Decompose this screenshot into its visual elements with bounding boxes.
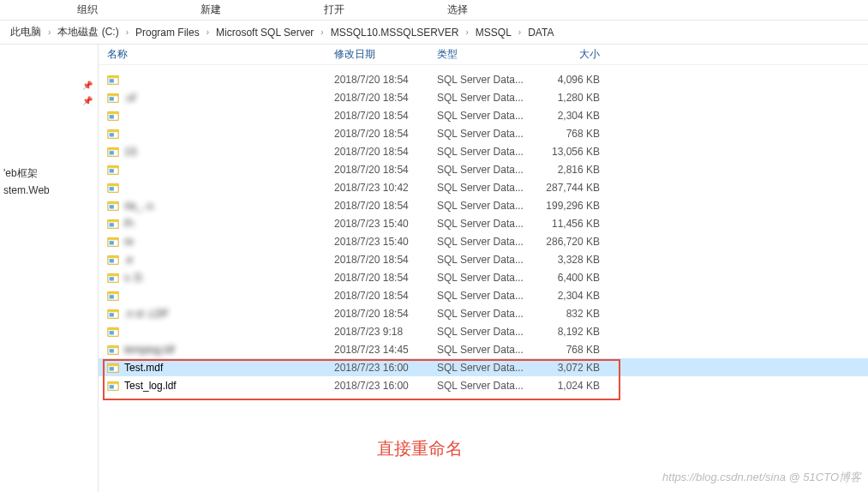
database-file-icon bbox=[107, 218, 121, 230]
file-row[interactable]: 2018/7/20 18:54SQL Server Data...2,816 K… bbox=[99, 160, 868, 178]
toolbar-open[interactable]: 打开 bbox=[272, 3, 396, 17]
file-type: SQL Server Data... bbox=[437, 74, 540, 86]
svg-rect-4 bbox=[108, 93, 118, 96]
file-row[interactable]: v. D.2018/7/20 18:54SQL Server Data...6,… bbox=[99, 268, 868, 286]
file-name: re bbox=[124, 236, 334, 248]
file-row[interactable]: 2018/7/20 18:54SQL Server Data...4,096 K… bbox=[99, 70, 868, 88]
sidebar: 📌 📌 'eb框架 stem.Web bbox=[0, 45, 99, 492]
svg-rect-32 bbox=[110, 259, 114, 262]
database-file-icon bbox=[107, 74, 121, 86]
header-name[interactable]: 名称 bbox=[107, 47, 334, 62]
database-file-icon bbox=[107, 128, 121, 140]
file-row[interactable]: .uf2018/7/20 18:54SQL Server Data...1,28… bbox=[99, 88, 868, 106]
svg-rect-34 bbox=[108, 273, 118, 276]
file-row[interactable]: 1S2018/7/20 18:54SQL Server Data...13,05… bbox=[99, 142, 868, 160]
toolbar-new[interactable]: 新建 bbox=[149, 3, 272, 17]
file-row[interactable]: 2018/7/20 18:54SQL Server Data...2,304 K… bbox=[99, 106, 868, 124]
header-size[interactable]: 大小 bbox=[540, 47, 608, 62]
file-size: 2,304 KB bbox=[540, 110, 608, 122]
svg-rect-19 bbox=[108, 183, 118, 186]
crumb-4[interactable]: MSSQL10.MSSQLSERVER bbox=[327, 27, 463, 39]
toolbar-organize[interactable]: 组织 bbox=[26, 3, 149, 17]
file-name: tempiog.ldf bbox=[124, 344, 334, 356]
database-file-icon bbox=[107, 164, 121, 176]
header-date[interactable]: 修改日期 bbox=[334, 47, 437, 62]
file-date: 2018/7/23 16:00 bbox=[334, 362, 437, 374]
file-date: 2018/7/20 18:54 bbox=[334, 200, 437, 212]
file-row[interactable]: ıta_..u.2018/7/20 18:54SQL Server Data..… bbox=[99, 196, 868, 214]
file-row[interactable]: Test_log.ldf2018/7/23 16:00SQL Server Da… bbox=[99, 376, 868, 394]
file-type: SQL Server Data... bbox=[437, 218, 540, 230]
file-type: SQL Server Data... bbox=[437, 164, 540, 176]
crumb-6[interactable]: DATA bbox=[524, 27, 557, 39]
file-row[interactable]: .e2018/7/20 18:54SQL Server Data...3,328… bbox=[99, 250, 868, 268]
file-type: SQL Server Data... bbox=[437, 236, 540, 248]
file-type: SQL Server Data... bbox=[437, 326, 540, 338]
database-file-icon bbox=[107, 200, 121, 212]
file-row[interactable]: Pı2018/7/23 15:40SQL Server Data...11,45… bbox=[99, 214, 868, 232]
svg-rect-14 bbox=[110, 151, 114, 154]
svg-rect-41 bbox=[110, 313, 114, 316]
chevron-right-icon: › bbox=[203, 27, 213, 37]
pin-icon[interactable]: 📌 bbox=[82, 81, 93, 90]
breadcrumb[interactable]: 此电脑› 本地磁盘 (C:)› Program Files› Microsoft… bbox=[0, 21, 868, 45]
database-file-icon bbox=[107, 254, 121, 266]
file-name: .e bbox=[124, 254, 334, 266]
annotation-text: 直接重命名 bbox=[377, 437, 463, 460]
file-type: SQL Server Data... bbox=[437, 308, 540, 320]
file-row[interactable]: 2018/7/23 10:42SQL Server Data...287,744… bbox=[99, 178, 868, 196]
file-type: SQL Server Data... bbox=[437, 290, 540, 302]
crumb-2[interactable]: Program Files bbox=[132, 27, 203, 39]
svg-rect-22 bbox=[108, 201, 118, 204]
file-row[interactable]: re2018/7/23 15:40SQL Server Data...286,7… bbox=[99, 232, 868, 250]
crumb-0[interactable]: 此电脑 bbox=[7, 25, 45, 39]
file-size: 8,192 KB bbox=[540, 326, 608, 338]
svg-rect-8 bbox=[110, 115, 114, 118]
file-size: 1,280 KB bbox=[540, 92, 608, 104]
sidebar-item-systemweb[interactable]: stem.Web bbox=[0, 183, 98, 198]
file-date: 2018/7/20 18:54 bbox=[334, 308, 437, 320]
file-size: 11,456 KB bbox=[540, 218, 608, 230]
database-file-icon bbox=[107, 272, 121, 284]
main-area: 📌 📌 'eb框架 stem.Web 名称 修改日期 类型 大小 2018/7/… bbox=[0, 45, 868, 492]
chevron-right-icon: › bbox=[515, 27, 524, 37]
file-row[interactable]: 2018/7/20 18:54SQL Server Data...768 KB bbox=[99, 124, 868, 142]
file-size: 3,328 KB bbox=[540, 254, 608, 266]
crumb-3[interactable]: Microsoft SQL Server bbox=[213, 27, 317, 39]
file-row[interactable]: .n ol .LDF2018/7/20 18:54SQL Server Data… bbox=[99, 304, 868, 322]
chevron-right-icon: › bbox=[317, 27, 326, 37]
file-row[interactable]: 2018/7/23 9:18SQL Server Data...8,192 KB bbox=[99, 322, 868, 340]
svg-rect-10 bbox=[108, 129, 118, 132]
file-type: SQL Server Data... bbox=[437, 182, 540, 194]
file-row[interactable]: 2018/7/20 18:54SQL Server Data...2,304 K… bbox=[99, 286, 868, 304]
pin-icon[interactable]: 📌 bbox=[82, 96, 93, 105]
crumb-1[interactable]: 本地磁盘 (C:) bbox=[54, 25, 122, 39]
svg-rect-23 bbox=[110, 205, 114, 208]
file-date: 2018/7/20 18:54 bbox=[334, 254, 437, 266]
file-date: 2018/7/23 15:40 bbox=[334, 236, 437, 248]
svg-rect-11 bbox=[110, 133, 114, 136]
svg-rect-25 bbox=[108, 219, 118, 222]
file-size: 768 KB bbox=[540, 128, 608, 140]
sidebar-item-web[interactable]: 'eb框架 bbox=[0, 165, 98, 183]
chevron-right-icon: › bbox=[463, 27, 472, 37]
file-row[interactable]: Test.mdf2018/7/23 16:00SQL Server Data..… bbox=[99, 358, 868, 376]
file-type: SQL Server Data... bbox=[437, 200, 540, 212]
svg-rect-35 bbox=[110, 277, 114, 280]
file-list: 2018/7/20 18:54SQL Server Data...4,096 K… bbox=[99, 65, 868, 394]
crumb-5[interactable]: MSSQL bbox=[472, 27, 515, 39]
file-type: SQL Server Data... bbox=[437, 128, 540, 140]
file-name: .n ol .LDF bbox=[124, 308, 334, 320]
file-type: SQL Server Data... bbox=[437, 380, 540, 392]
file-name: Test_log.ldf bbox=[124, 380, 334, 392]
file-row[interactable]: tempiog.ldf2018/7/23 14:45SQL Server Dat… bbox=[99, 340, 868, 358]
file-date: 2018/7/20 18:54 bbox=[334, 290, 437, 302]
svg-rect-40 bbox=[108, 309, 118, 312]
header-type[interactable]: 类型 bbox=[437, 47, 540, 62]
svg-rect-43 bbox=[108, 327, 118, 330]
file-date: 2018/7/20 18:54 bbox=[334, 128, 437, 140]
database-file-icon bbox=[107, 380, 121, 392]
database-file-icon bbox=[107, 146, 121, 158]
toolbar-select[interactable]: 选择 bbox=[396, 3, 519, 17]
chevron-right-icon: › bbox=[45, 27, 54, 37]
